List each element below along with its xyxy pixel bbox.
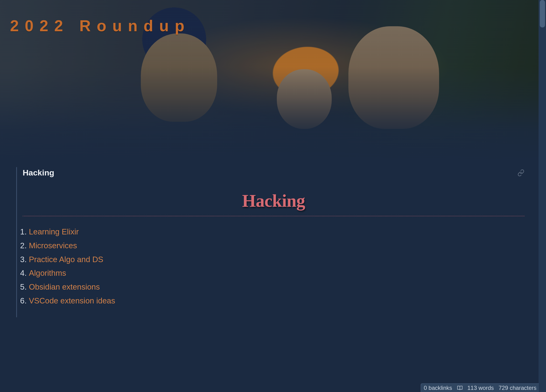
list-item: Learning Elixir	[29, 225, 525, 239]
hacking-list: Learning ElixirMicroservicesPractice Alg…	[23, 225, 525, 308]
scrollbar-thumb[interactable]	[540, 0, 545, 27]
scrollbar-track[interactable]	[539, 0, 546, 392]
section-header: Hacking	[23, 167, 525, 177]
list-item-link[interactable]: VSCode extension ideas	[29, 296, 115, 305]
list-item: VSCode extension ideas	[29, 294, 525, 308]
section-label: Hacking	[23, 168, 54, 177]
status-bar: 0 backlinks 113 words 729 characters	[421, 383, 539, 392]
list-item: Obsidian extensions	[29, 280, 525, 294]
page-title: 2022 Roundup	[10, 17, 190, 35]
list-item-link[interactable]: Algorithms	[29, 268, 66, 277]
list-item: Microservices	[29, 239, 525, 253]
list-item: Algorithms	[29, 266, 525, 280]
list-item-link[interactable]: Learning Elixir	[29, 227, 79, 236]
status-backlinks[interactable]: 0 backlinks	[424, 385, 452, 391]
hero-banner: 2022 Roundup	[0, 0, 546, 167]
note-viewport: 2022 Roundup Hacking Hacking Learning El…	[0, 0, 546, 392]
list-item-link[interactable]: Obsidian extensions	[29, 282, 100, 291]
list-item: Practice Algo and DS	[29, 253, 525, 266]
list-item-link[interactable]: Microservices	[29, 241, 77, 250]
status-words: 113 words	[467, 385, 494, 391]
section-hacking: Hacking Hacking Learning ElixirMicroserv…	[16, 167, 529, 317]
section-divider	[23, 216, 525, 216]
link-icon[interactable]	[517, 169, 525, 176]
book-open-icon[interactable]	[456, 385, 463, 391]
status-characters: 729 characters	[498, 385, 536, 391]
section-heading: Hacking	[23, 191, 525, 211]
list-item-link[interactable]: Practice Algo and DS	[29, 255, 103, 264]
note-body: Hacking Hacking Learning ElixirMicroserv…	[0, 167, 539, 351]
